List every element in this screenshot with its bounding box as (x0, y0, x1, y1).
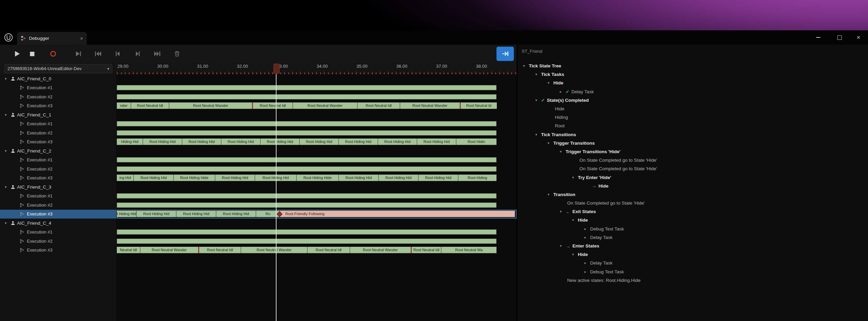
tab-debugger[interactable]: Debugger × (17, 32, 87, 45)
state-segment[interactable]: Root Neutral Wander (169, 102, 252, 109)
state-segment[interactable]: Root Hiding Hid (221, 139, 260, 145)
state-segment[interactable]: Root Hiding Hid (255, 175, 296, 181)
details-row[interactable]: On State Completed go to State 'Hide' (518, 156, 868, 164)
state-segment[interactable]: Root Neutral Wander (293, 102, 357, 109)
caret-down-icon[interactable]: ▾ (548, 192, 551, 197)
state-segment[interactable]: Root Hiding Hid (338, 139, 378, 145)
details-row[interactable]: ▾Trigger Transitions 'Hide' (518, 147, 868, 156)
track-row[interactable] (117, 192, 517, 201)
details-row[interactable]: ▾→Enter States (518, 242, 868, 250)
recording-bar[interactable] (117, 239, 496, 244)
tree-row-execution[interactable]: Execution #3 (0, 138, 116, 147)
state-segment[interactable]: Root Neutral Idl (307, 247, 350, 253)
track-row[interactable] (117, 237, 517, 246)
caret-down-icon[interactable]: ▾ (572, 218, 576, 222)
details-row[interactable]: ▾✓State(s) Completed (518, 96, 868, 105)
tree-row-execution[interactable]: Execution #1 (0, 228, 116, 237)
caret-down-icon[interactable]: ▾ (560, 244, 564, 248)
state-segment[interactable]: Root Hiding Hid (176, 211, 216, 217)
state-segment[interactable]: Root Neutral Idl (198, 247, 241, 253)
state-segment[interactable]: Neutral Idl (117, 247, 140, 253)
details-row[interactable]: ▾Try Enter 'Hide' (518, 173, 868, 181)
playhead[interactable] (276, 74, 277, 321)
tree-row-execution[interactable]: Execution #1 (0, 156, 116, 165)
state-segment[interactable]: Root Neutral Idl (131, 102, 169, 109)
delete-recording-button[interactable] (170, 47, 184, 61)
recording-bar[interactable] (117, 121, 496, 126)
track-row[interactable]: Hiding HidRoot Hiding HidRoot Hiding Hid… (117, 138, 517, 147)
state-segment[interactable]: Root Neutral Idl (411, 247, 441, 253)
track-row[interactable]: Neutral IdlRoot Neutral WanderRoot Neutr… (117, 246, 517, 255)
details-row[interactable]: On State Completed go to State 'Hide' (518, 199, 868, 207)
state-segment[interactable]: Root Hiding Hide (296, 175, 338, 181)
caret-right-icon[interactable]: ▸ (560, 90, 564, 94)
details-row[interactable]: ▾←Exit States (518, 207, 868, 216)
details-row[interactable]: Hide (518, 105, 868, 113)
state-segment[interactable]: Root Neutral Wander (140, 247, 198, 253)
state-segment[interactable]: Root Hiding (458, 175, 496, 181)
play-button[interactable] (10, 47, 24, 61)
caret-down-icon[interactable]: ▾ (535, 72, 539, 77)
caret-down-icon[interactable]: ▾ (5, 149, 9, 153)
close-button[interactable]: × (852, 33, 865, 42)
caret-down-icon[interactable]: ▾ (572, 252, 576, 257)
caret-right-icon[interactable]: ▸ (584, 261, 588, 265)
details-row[interactable]: New active states: Root.Hiding.Hide (518, 276, 868, 285)
tree-row-execution[interactable]: Execution #1 (0, 119, 116, 129)
state-segment[interactable]: Root Hiding Hid (378, 175, 418, 181)
recording-bar[interactable] (117, 229, 496, 235)
details-row[interactable]: ▸Debug Text Task (518, 268, 868, 276)
tree-row-execution[interactable]: Execution #3 (0, 210, 116, 219)
tree-row-group[interactable]: ▾AIC_Friend_C_1 (0, 110, 116, 119)
jump-to-current-button[interactable] (496, 47, 514, 61)
state-segment[interactable]: Root Hiding Hid (136, 211, 176, 217)
tree-row-execution[interactable]: Execution #3 (0, 246, 116, 255)
caret-down-icon[interactable]: ▾ (5, 221, 9, 225)
resume-button[interactable] (72, 47, 85, 61)
step-forward-button[interactable] (131, 47, 144, 61)
state-segment[interactable]: Root Friendly Following (280, 211, 515, 217)
tree-row-execution[interactable]: Execution #2 (0, 92, 116, 101)
details-row[interactable]: ▸Delay Task (518, 259, 868, 267)
details-row[interactable]: On State Completed go to State 'Hide' (518, 164, 868, 173)
state-segment[interactable]: Root Hiding Hid (216, 211, 256, 217)
recording-bar[interactable] (117, 94, 496, 99)
caret-right-icon[interactable]: ▸ (584, 235, 588, 240)
caret-down-icon[interactable]: ▾ (535, 132, 539, 137)
state-segment[interactable]: Root Hiding Hid (418, 175, 458, 181)
details-row[interactable]: Hiding (518, 113, 868, 122)
tree-row-execution[interactable]: Execution #1 (0, 192, 116, 201)
tree-row-execution[interactable]: Execution #2 (0, 128, 116, 138)
caret-down-icon[interactable]: ▾ (548, 81, 551, 85)
caret-down-icon[interactable]: ▾ (5, 185, 9, 189)
state-segment[interactable]: Root Neutral Wander (350, 247, 411, 253)
state-segment[interactable]: Root Hiding Hid (299, 139, 338, 145)
recording-bar[interactable] (117, 193, 496, 198)
recording-bar[interactable] (117, 85, 496, 90)
stop-button[interactable] (25, 47, 39, 61)
recording-bar[interactable] (117, 166, 496, 172)
tree-row-execution[interactable]: Execution #1 (0, 83, 116, 93)
caret-right-icon[interactable]: ▸ (584, 227, 588, 231)
state-segment[interactable]: Root Neutral Wa (441, 247, 496, 253)
tree-row-execution[interactable]: Execution #3 (0, 174, 116, 183)
session-dropdown[interactable]: 2759693516-Win64-UnrealEditor-Dev ▾ (4, 64, 112, 73)
state-segment[interactable]: ing Hid (117, 175, 133, 181)
details-row[interactable]: Root (518, 122, 868, 130)
track-row[interactable]: t Hiding HidRoot Hiding HidRoot Hiding H… (117, 210, 517, 219)
scrub-handle[interactable] (273, 64, 280, 74)
tree-row-execution[interactable]: Execution #3 (0, 101, 116, 111)
track-row[interactable] (117, 164, 517, 174)
record-button[interactable] (46, 47, 60, 61)
tree-row-group[interactable]: ▾AIC_Friend_C_3 (0, 182, 116, 192)
tree-row-group[interactable]: ▾AIC_Friend_C_4 (0, 219, 116, 228)
timeline-ruler[interactable]: 29.0030.0031.0032.0033.0034.0035.0036.00… (117, 63, 517, 74)
details-row[interactable]: ▸✓Delay Task (518, 87, 868, 96)
state-segment[interactable]: Root Hiding Hid (260, 139, 299, 145)
state-segment[interactable]: Root Neutral Wander (400, 102, 460, 109)
track-row[interactable] (117, 156, 517, 165)
tree-row-execution[interactable]: Execution #2 (0, 237, 116, 246)
track-row[interactable] (117, 228, 517, 237)
state-segment[interactable]: Root Hiding Hide (173, 175, 215, 181)
state-segment[interactable]: Root Neutral Idl (252, 102, 293, 109)
